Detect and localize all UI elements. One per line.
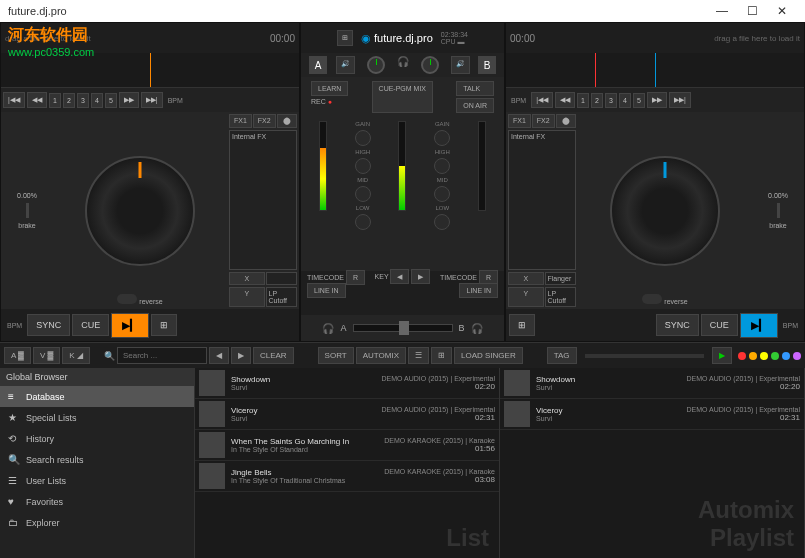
high-knob-a[interactable] (355, 158, 371, 174)
deck-a-jog-wheel[interactable]: reverse (53, 112, 227, 309)
sidebar-item-explorer[interactable]: 🗀Explorer (0, 512, 194, 533)
mid-knob-a[interactable] (355, 186, 371, 202)
deck-a-fx-toggle[interactable]: ⬤ (277, 114, 297, 128)
deck-b-pitch-slider[interactable] (777, 203, 780, 218)
deck-b-rewind-button[interactable]: ◀◀ (555, 92, 575, 108)
linein-b-button[interactable]: LINE IN (459, 283, 498, 298)
tag-button[interactable]: TAG (547, 347, 577, 364)
preview-play-button[interactable]: ▶ (712, 347, 732, 364)
sidebar-item-favorites[interactable]: ♥Favorites (0, 491, 194, 512)
center-grid-button[interactable]: ⊞ (337, 30, 353, 46)
sidebar-item-search-results[interactable]: 🔍Search results (0, 449, 194, 470)
deck-a-cue-3[interactable]: 3 (77, 93, 89, 108)
search-next-button[interactable]: ▶ (231, 347, 251, 364)
deck-b-fx-y[interactable]: LP Cutoff (545, 287, 577, 307)
monitor-knob-2[interactable] (421, 56, 439, 74)
crossfader-handle[interactable] (399, 321, 409, 335)
deck-b-jog-wheel[interactable]: reverse (578, 112, 752, 309)
crossfader[interactable] (353, 324, 453, 332)
low-knob-b[interactable] (434, 214, 450, 230)
monitor-knob-1[interactable] (367, 56, 385, 74)
window-maximize-button[interactable]: ☐ (737, 4, 767, 18)
track-row[interactable]: Jingle BellsIn The Style Of Traditional … (195, 461, 499, 492)
deck-a-play-button[interactable]: ▶▎ (111, 313, 149, 338)
deck-a-brake-button[interactable]: brake (18, 222, 36, 229)
color-tag-blue[interactable] (782, 352, 790, 360)
deck-a-extra-button[interactable]: ⊞ (151, 314, 177, 336)
monitor-button[interactable]: 🔊 (336, 56, 355, 74)
sidebar-item-special-lists[interactable]: ★Special Lists (0, 407, 194, 428)
search-prev-button[interactable]: ◀ (209, 347, 229, 364)
deck-b-cue-button[interactable]: CUE (701, 314, 738, 336)
deck-a-fx-x[interactable] (266, 272, 298, 285)
color-tag-red[interactable] (738, 352, 746, 360)
sort-button[interactable]: SORT (318, 347, 354, 364)
filter-audio-button[interactable]: A ▓ (4, 347, 31, 364)
deck-a-cue-2[interactable]: 2 (63, 93, 75, 108)
deck-b-fx-x[interactable]: Flanger (545, 272, 577, 285)
deck-a-cue-1[interactable]: 1 (49, 93, 61, 108)
gain-knob-a[interactable] (355, 130, 371, 146)
color-tag-purple[interactable] (793, 352, 801, 360)
track-row[interactable]: ShowdownSurviDEMO AUDIO (2015) | Experim… (500, 368, 804, 399)
color-tag-orange[interactable] (749, 352, 757, 360)
gain-knob-b[interactable] (434, 130, 450, 146)
deck-a-prev-button[interactable]: |◀◀ (3, 92, 25, 108)
search-input[interactable] (117, 347, 207, 364)
sidebar-item-user-lists[interactable]: ☰User Lists (0, 470, 194, 491)
deck-b-forward-button[interactable]: ▶▶ (647, 92, 667, 108)
load-singer-button[interactable]: LOAD SINGER (454, 347, 523, 364)
view-grid-button[interactable]: ⊞ (431, 347, 452, 364)
headphone-cue-b-icon[interactable]: 🎧 (471, 323, 483, 334)
deck-b-brake-button[interactable]: brake (769, 222, 787, 229)
deck-b-fx-select[interactable]: Internal FX (508, 130, 576, 270)
deck-b-fx2-button[interactable]: FX2 (532, 114, 555, 128)
clear-button[interactable]: CLEAR (253, 347, 294, 364)
color-tag-green[interactable] (771, 352, 779, 360)
track-row[interactable]: ViceroySurviDEMO AUDIO (2015) | Experime… (500, 399, 804, 430)
low-knob-a[interactable] (355, 214, 371, 230)
key-left[interactable]: ◀ (390, 269, 409, 284)
high-knob-b[interactable] (434, 158, 450, 174)
deck-a-fx1-button[interactable]: FX1 (229, 114, 252, 128)
deck-b-fx-toggle[interactable]: ⬤ (556, 114, 576, 128)
deck-a-pitch-slider[interactable] (26, 203, 29, 218)
window-close-button[interactable]: ✕ (767, 4, 797, 18)
headphone-cue-a-icon[interactable]: 🎧 (322, 323, 334, 334)
deck-a-forward-button[interactable]: ▶▶ (119, 92, 139, 108)
color-tag-yellow[interactable] (760, 352, 768, 360)
deck-b-cue-2[interactable]: 2 (591, 93, 603, 108)
deck-a-waveform[interactable] (1, 53, 299, 88)
deck-b-cue-3[interactable]: 3 (605, 93, 617, 108)
track-row[interactable]: When The Saints Go Marching InIn The Sty… (195, 430, 499, 461)
deck-a-sync-button[interactable]: SYNC (27, 314, 70, 336)
sidebar-item-history[interactable]: ⟲History (0, 428, 194, 449)
deck-b-waveform[interactable] (506, 53, 804, 88)
window-minimize-button[interactable]: — (707, 4, 737, 18)
deck-a-cue-5[interactable]: 5 (105, 93, 117, 108)
talk-button[interactable]: TALK (456, 81, 494, 96)
deck-b-cue-5[interactable]: 5 (633, 93, 645, 108)
deck-a-fx2-button[interactable]: FX2 (253, 114, 276, 128)
deck-b-reverse-toggle[interactable] (642, 294, 662, 304)
mid-knob-b[interactable] (434, 186, 450, 202)
deck-b-cue-4[interactable]: 4 (619, 93, 631, 108)
automix-button[interactable]: AUTOMIX (356, 347, 406, 364)
deck-a-cue-button[interactable]: CUE (72, 314, 109, 336)
deck-b-next-button[interactable]: ▶▶| (669, 92, 691, 108)
deck-a-fx-select[interactable]: Internal FX (229, 130, 297, 270)
track-row[interactable]: ViceroySurviDEMO AUDIO (2015) | Experime… (195, 399, 499, 430)
sidebar-item-database[interactable]: ≡Database (0, 386, 194, 407)
preview-slider[interactable] (585, 354, 704, 358)
filter-karaoke-button[interactable]: K ◢ (62, 347, 90, 364)
track-row[interactable]: ShowdownSurviDEMO AUDIO (2015) | Experim… (195, 368, 499, 399)
master-button[interactable]: 🔊 (451, 56, 470, 74)
rec-indicator-icon[interactable]: ● (328, 98, 332, 105)
deck-a-fx-y[interactable]: LP Cutoff (266, 287, 298, 307)
deck-b-cue-1[interactable]: 1 (577, 93, 589, 108)
key-right[interactable]: ▶ (411, 269, 430, 284)
filter-video-button[interactable]: V ▓ (33, 347, 60, 364)
learn-button[interactable]: LEARN (311, 81, 348, 96)
deck-a-cue-4[interactable]: 4 (91, 93, 103, 108)
deck-a-rewind-button[interactable]: ◀◀ (27, 92, 47, 108)
